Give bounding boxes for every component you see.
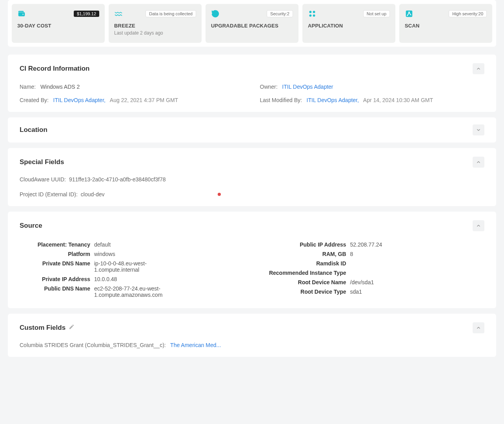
wallet-icon: [17, 9, 26, 18]
field-label: Columbia STRIDES Grant (Columbia_STRIDES…: [20, 342, 166, 348]
panel-title: Custom Fields: [20, 324, 66, 332]
created-by-time: Aug 22, 2021 4:37 PM GMT: [110, 97, 178, 103]
ci-name: Name: Windows ADS 2: [20, 84, 244, 90]
chevron-up-icon: [476, 66, 481, 71]
field-label: Private IP Address: [20, 276, 94, 282]
recommended-instance-row: Recommended Instance Type: [260, 268, 485, 278]
field-label: RAM, GB: [260, 251, 350, 257]
field-label: Recommended Instance Type: [260, 270, 350, 276]
apps-icon: [308, 9, 317, 18]
panel-title: Source: [20, 222, 42, 230]
field-label: Name:: [20, 84, 36, 90]
collapse-button[interactable]: [473, 322, 484, 333]
card-sub: Last update 2 days ago: [114, 30, 196, 36]
collapse-button[interactable]: [473, 63, 484, 74]
collapse-button[interactable]: [473, 220, 484, 231]
edit-icon[interactable]: [69, 324, 75, 332]
card-title: SCAN: [405, 23, 487, 29]
chevron-up-icon: [476, 325, 481, 331]
panel-location: Location: [8, 117, 496, 143]
field-label: Project ID (External ID):: [20, 191, 78, 197]
grant-link[interactable]: The American Med...: [170, 342, 221, 348]
application-badge: Not set up: [363, 10, 390, 17]
project-id-row: Project ID (External ID): cloud-dev: [20, 191, 484, 197]
field-value: 10.0.0.48: [94, 276, 117, 282]
public-dns-row: Public DNS Name ec2-52-208-77-24.eu-west…: [20, 284, 244, 300]
svg-rect-4: [406, 11, 413, 17]
field-label: CloudAware UUID:: [20, 176, 66, 183]
platform-row: Platform windows: [20, 249, 244, 259]
field-value: Windows ADS 2: [40, 84, 80, 90]
svg-point-3: [313, 15, 315, 17]
ram-row: RAM, GB 8: [260, 249, 485, 259]
owner-link[interactable]: ITIL DevOps Adapter: [282, 84, 333, 90]
field-value: ec2-52-208-77-24.eu-west-1.compute.amazo…: [94, 285, 173, 298]
field-label: Ramdisk ID: [260, 260, 350, 267]
modified-by-link[interactable]: ITIL DevOps Adapter,: [307, 97, 359, 103]
field-value: 8: [350, 251, 353, 257]
card-title: 30-DAY COST: [17, 23, 99, 29]
card-application[interactable]: Not set up APPLICATION: [302, 4, 395, 43]
panel-title: CI Record Information: [20, 65, 90, 73]
cloudaware-uuid-row: CloudAware UUID: 911ffe13-2a0c-4710-a0fb…: [20, 176, 484, 183]
card-title: BREEZE: [114, 23, 196, 29]
panel-source: Source Placement: Tenancy default Platfo…: [8, 212, 496, 308]
collapse-button[interactable]: [473, 157, 484, 168]
cost-badge: $1,199.12: [74, 11, 99, 17]
field-label: Placement: Tenancy: [20, 241, 94, 248]
chevron-up-icon: [476, 159, 481, 165]
ramdisk-row: Ramdisk ID: [260, 259, 485, 268]
modified-by-time: Apr 14, 2024 10:30 AM GMT: [363, 97, 433, 103]
breeze-badge: Data is being collected: [146, 10, 196, 17]
private-dns-row: Private DNS Name ip-10-0-0-48.eu-west-1.…: [20, 259, 244, 274]
private-ip-row: Private IP Address 10.0.0.48: [20, 274, 244, 284]
summary-card-row: $1,199.12 30-DAY COST Data is being coll…: [8, 0, 496, 47]
panel-ci-record: CI Record Information Name: Windows ADS …: [8, 55, 496, 112]
field-value: sda1: [350, 289, 362, 295]
field-value: 911ffe13-2a0c-4710-a0fb-e38480cf3f78: [69, 176, 166, 183]
field-label: Root Device Name: [260, 279, 350, 285]
field-value: ip-10-0-0-48.eu-west-1.compute.internal: [94, 260, 173, 273]
panel-special-fields: Special Fields CloudAware UUID: 911ffe13…: [8, 148, 496, 206]
root-device-type-row: Root Device Type sda1: [260, 287, 485, 296]
placement-tenancy-row: Placement: Tenancy default: [20, 240, 244, 249]
scan-badge: High severity:20: [449, 10, 487, 17]
field-value: /dev/sda1: [350, 279, 374, 285]
svg-point-2: [309, 15, 311, 17]
expand-button[interactable]: [473, 124, 484, 135]
field-label: Public IP Address: [260, 241, 350, 248]
field-label: Root Device Type: [260, 289, 350, 295]
wave-icon: [114, 9, 123, 18]
created-by-link[interactable]: ITIL DevOps Adapter,: [53, 97, 106, 103]
svg-point-0: [309, 11, 311, 13]
panel-custom-fields: Custom Fields Columbia STRIDES Grant (Co…: [8, 314, 496, 357]
upgradable-badge: Security:2: [267, 10, 293, 17]
root-device-name-row: Root Device Name /dev/sda1: [260, 278, 485, 287]
chevron-down-icon: [476, 127, 481, 133]
field-label: Created By:: [20, 97, 49, 103]
card-upgradable-packages[interactable]: Security:2 UPGRADABLE PACKAGES: [206, 4, 298, 43]
custom-grant-row: Columbia STRIDES Grant (Columbia_STRIDES…: [20, 342, 484, 348]
field-value: 52.208.77.24: [350, 241, 382, 248]
svg-point-1: [313, 11, 315, 13]
public-ip-row: Public IP Address 52.208.77.24: [260, 240, 485, 249]
source-left-col: Placement: Tenancy default Platform wind…: [20, 240, 244, 300]
card-breeze[interactable]: Data is being collected BREEZE Last upda…: [109, 4, 202, 43]
source-right-col: Public IP Address 52.208.77.24 RAM, GB 8…: [260, 240, 485, 300]
field-value: default: [94, 241, 111, 248]
card-30-day-cost[interactable]: $1,199.12 30-DAY COST: [12, 4, 105, 43]
field-label: Public DNS Name: [20, 285, 94, 292]
field-label: Private DNS Name: [20, 260, 94, 267]
ci-created-by: Created By: ITIL DevOps Adapter, Aug 22,…: [20, 97, 244, 103]
card-title: APPLICATION: [308, 23, 390, 29]
history-icon: [211, 9, 220, 18]
status-dot-icon: [218, 193, 221, 196]
ci-modified-by: Last Modified By: ITIL DevOps Adapter, A…: [260, 97, 485, 103]
field-value: cloud-dev: [81, 191, 105, 197]
panel-title: Special Fields: [20, 158, 64, 166]
field-label: Platform: [20, 251, 94, 257]
chevron-up-icon: [476, 223, 481, 228]
ci-owner: Owner: ITIL DevOps Adapter: [260, 84, 485, 90]
scan-icon: [405, 9, 413, 18]
card-scan[interactable]: High severity:20 SCAN: [399, 4, 492, 43]
